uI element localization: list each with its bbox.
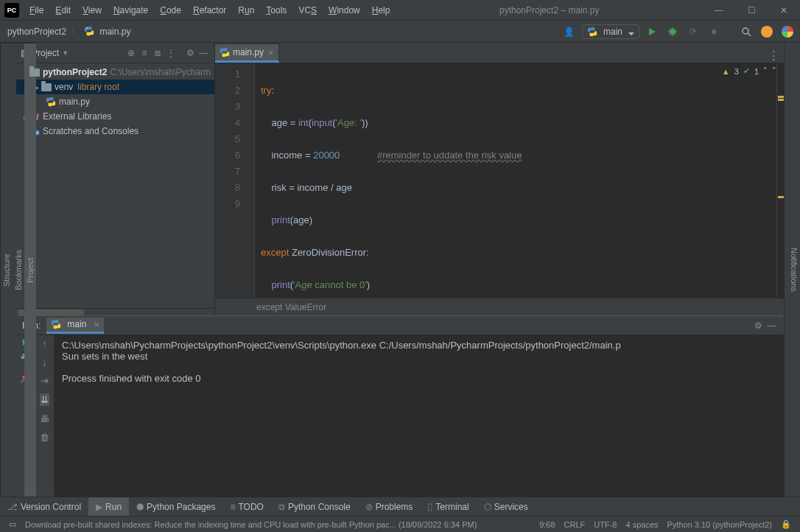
search-icon[interactable] xyxy=(738,24,754,40)
tree-scratches[interactable]: Scratches and Consoles xyxy=(16,124,214,139)
run-button[interactable] xyxy=(644,24,660,40)
run-tab-main[interactable]: main × xyxy=(46,318,104,334)
run-config-selector[interactable]: main xyxy=(582,24,639,39)
stop-button[interactable]: ■ xyxy=(706,24,722,40)
menu-vcs[interactable]: VCS xyxy=(292,2,323,18)
left-tab-structure[interactable]: Structure xyxy=(1,43,13,497)
editor-tabs: main.py × ⋮ xyxy=(215,43,784,63)
tree-scratch-label: Scratches and Consoles xyxy=(43,126,138,136)
python-interpreter[interactable]: Python 3.10 (pythonProject2) xyxy=(667,520,772,529)
console-icon: ⧉ xyxy=(278,502,285,512)
run-gear-icon[interactable]: ⚙ xyxy=(751,319,765,332)
menu-help[interactable]: Help xyxy=(366,2,396,18)
warn-count: 3 xyxy=(734,67,739,76)
left-tab-project[interactable]: Project xyxy=(24,43,36,497)
tool-vcs[interactable]: ⎇Version Control xyxy=(0,497,88,516)
project-header: ▤ Project ▼ ⊕ ≡ ≣ ⋮ ⚙ — xyxy=(16,43,214,63)
indent-setting[interactable]: 4 spaces xyxy=(625,520,658,529)
crumb-project[interactable]: pythonProject2 xyxy=(4,25,69,38)
editor-tabs-more-icon[interactable]: ⋮ xyxy=(768,49,779,63)
down-icon[interactable]: ↓ xyxy=(42,357,47,368)
up-icon[interactable]: ↑ xyxy=(42,338,47,349)
add-user-icon[interactable]: 👤 xyxy=(561,24,578,40)
tree-project-root[interactable]: ▾ pythonProject2 C:\Users\mshah\Pycharm xyxy=(16,65,214,80)
close-button[interactable]: ✕ xyxy=(768,0,800,21)
editor-breadcrumb[interactable]: except ValueError xyxy=(215,298,784,315)
menu-run[interactable]: Run xyxy=(232,2,260,18)
tool-todo[interactable]: ≡TODO xyxy=(222,497,270,516)
gear-icon[interactable]: ⚙ xyxy=(183,46,197,60)
python-icon xyxy=(46,97,56,107)
line-gutter: 123456789 xyxy=(215,63,246,298)
editor-tab-main[interactable]: main.py × xyxy=(215,43,279,63)
updates-icon[interactable] xyxy=(759,24,775,40)
close-run-tab-icon[interactable]: × xyxy=(94,319,99,330)
debug-button[interactable] xyxy=(664,24,681,40)
tool-packages[interactable]: ⬢Python Packages xyxy=(129,497,222,516)
status-message[interactable]: Download pre-built shared indexes: Reduc… xyxy=(25,520,477,529)
menu-file[interactable]: File xyxy=(24,2,49,18)
menu-view[interactable]: View xyxy=(77,2,108,18)
packages-icon: ⬢ xyxy=(136,502,144,512)
toolwindows-icon[interactable]: ▭ xyxy=(9,519,16,529)
run-gutter-2: ↑ ↓ ⇥ ⇊ 🖶 🗑 xyxy=(35,335,55,497)
more-icon[interactable]: ⋮ xyxy=(164,46,178,60)
warning-icon: ▲ xyxy=(722,67,730,76)
file-encoding[interactable]: UTF-8 xyxy=(594,520,617,529)
print-icon[interactable]: 🖶 xyxy=(40,413,49,424)
error-stripe[interactable] xyxy=(776,63,784,298)
hide-icon[interactable]: — xyxy=(197,46,210,60)
left-tab-bookmarks[interactable]: Bookmarks xyxy=(13,43,24,497)
right-tab-notifications[interactable]: Notifications xyxy=(788,43,800,497)
coverage-button[interactable]: ⟳ xyxy=(685,24,701,40)
right-stripe: Notifications xyxy=(784,43,800,497)
prev-highlight-icon[interactable]: ˄ xyxy=(763,66,768,76)
scroll-end-icon[interactable]: ⇊ xyxy=(40,393,49,406)
tree-extlib-label: External Libraries xyxy=(43,111,111,122)
fold-gutter[interactable] xyxy=(246,63,255,298)
collapse-all-icon[interactable]: ≣ xyxy=(151,46,164,60)
locate-icon[interactable]: ⊕ xyxy=(124,46,138,60)
todo-icon: ≡ xyxy=(230,502,235,512)
navigation-bar: pythonProject2 〉 main.py 👤 main ⟳ ■ xyxy=(0,21,800,43)
window-title: pythonProject2 – main.py xyxy=(396,5,703,15)
ide-features-icon[interactable] xyxy=(779,24,796,40)
next-highlight-icon[interactable]: ˅ xyxy=(772,66,776,76)
crumb-file[interactable]: main.py xyxy=(81,24,133,38)
main-menu: File Edit View Navigate Code Refactor Ru… xyxy=(24,2,396,18)
maximize-button[interactable]: ☐ xyxy=(735,0,768,21)
menu-window[interactable]: Window xyxy=(323,2,366,18)
editor: main.py × ⋮ 123456789 try: age = int(inp… xyxy=(215,43,784,315)
code-area[interactable]: try: age = int(input('Age: ')) income = … xyxy=(255,63,776,298)
menu-edit[interactable]: Edit xyxy=(49,2,77,18)
python-icon xyxy=(220,47,230,57)
menu-refactor[interactable]: Refactor xyxy=(187,2,232,18)
minimize-button[interactable]: — xyxy=(703,0,735,21)
tool-services[interactable]: ⬡Services xyxy=(477,497,536,516)
menu-navigate[interactable]: Navigate xyxy=(108,2,154,18)
close-tab-icon[interactable]: × xyxy=(268,47,274,58)
tree-external-libs[interactable]: ▸ External Libraries xyxy=(16,109,214,124)
tree-venv-label: venv xyxy=(55,82,73,92)
caret-position[interactable]: 9:68 xyxy=(539,520,555,529)
run-hide-icon[interactable]: — xyxy=(765,319,778,332)
expand-all-icon[interactable]: ≡ xyxy=(138,46,151,60)
tree-venv[interactable]: ▸ venv library root xyxy=(16,80,214,94)
soft-wrap-icon[interactable]: ⇥ xyxy=(41,375,49,386)
trash-icon[interactable]: 🗑 xyxy=(40,432,49,443)
ok-count: 1 xyxy=(754,67,759,76)
tool-run[interactable]: ▶Run xyxy=(88,497,129,516)
menu-code[interactable]: Code xyxy=(154,2,187,18)
lock-icon[interactable]: 🔒 xyxy=(781,519,791,529)
tool-console[interactable]: ⧉Python Console xyxy=(271,497,358,516)
run-output[interactable]: C:\Users\mshah\PycharmProjects\pythonPro… xyxy=(55,335,784,497)
tree-main-py[interactable]: main.py xyxy=(16,94,214,109)
bottom-tool-strip: ⎇Version Control ▶Run ⬢Python Packages ≡… xyxy=(0,497,800,516)
inspections-widget[interactable]: ▲3 ✔1 ˄ ˅ xyxy=(722,66,776,76)
tree-mainpy-label: main.py xyxy=(59,97,90,107)
menu-tools[interactable]: Tools xyxy=(260,2,292,18)
editor-body[interactable]: 123456789 try: age = int(input('Age: '))… xyxy=(215,63,784,298)
tool-terminal[interactable]: ⌷Terminal xyxy=(420,497,476,516)
tool-problems[interactable]: ⊘Problems xyxy=(358,497,421,516)
line-separator[interactable]: CRLF xyxy=(564,520,586,529)
